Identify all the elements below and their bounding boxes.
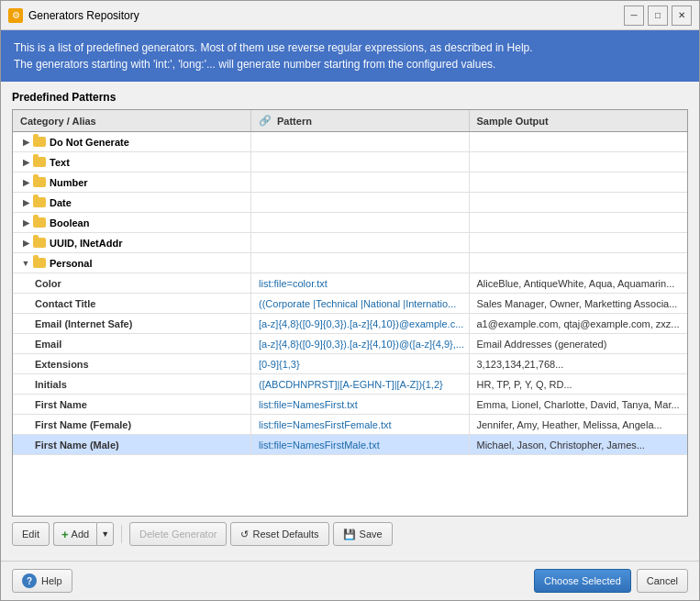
choose-selected-label: Choose Selected [544,575,621,586]
delete-label: Delete Generator [139,529,217,540]
add-button[interactable]: + Add [53,522,96,546]
folder-row-text[interactable]: ▶ Text [13,152,687,173]
data-row-color[interactable]: Color list:file=color.txt AliceBlue, Ant… [13,273,687,294]
data-row-contact-title[interactable]: Contact Title ((Corporate |Technical |Na… [13,294,687,314]
output-cell-initials: HR, TP, P, Y, Q, RD... [470,374,688,394]
folder-output-cell [470,132,688,151]
output-cell-contact-title: Sales Manager, Owner, Marketting Associa… [470,294,688,313]
folder-row-do-not-generate[interactable]: ▶ Do Not Generate [13,132,687,152]
output-cell-first-name-female: Jennifer, Amy, Heather, Melissa, Angela.… [470,415,688,434]
folder-cell-number[interactable]: ▶ Number [13,173,251,192]
pattern-cell-first-name: list:file=NamesFirst.txt [251,395,470,414]
edit-button[interactable]: Edit [12,522,50,546]
table-header: Category / Alias 🔗 Pattern Sample Output [13,110,687,132]
data-row-email[interactable]: Email [a-z]{4,8}([0-9]{0,3}).[a-z]{4,10}… [13,334,687,354]
col-header-pattern: 🔗 Pattern [251,110,470,131]
alias-cell-first-name[interactable]: First Name [13,395,251,414]
data-row-first-name-female[interactable]: First Name (Female) list:file=NamesFirst… [13,415,687,435]
minimize-button[interactable]: ─ [624,6,644,26]
folder-cell-date[interactable]: ▶ Date [13,193,251,212]
bottom-right: Choose Selected Cancel [534,569,688,593]
add-button-group: + Add ▼ [53,522,114,546]
expand-icon: ▶ [20,137,31,148]
title-bar: ⚙ Generators Repository ─ □ ✕ [1,1,699,30]
toolbar: Edit + Add ▼ Delete Generator ↺ Reset De… [12,517,688,551]
help-label: Help [41,575,62,586]
help-button[interactable]: ? Help [12,569,72,593]
add-label: Add [72,529,90,540]
folder-icon [33,258,46,268]
output-cell-color: AliceBlue, AntiqueWhite, Aqua, Aquamarin… [470,273,688,293]
output-cell-first-name: Emma, Lionel, Charlotte, David, Tanya, M… [470,395,688,414]
folder-cell-text[interactable]: ▶ Text [13,152,251,172]
main-window: ⚙ Generators Repository ─ □ ✕ This is a … [0,0,700,601]
pattern-cell-initials: ([ABCDHNPRST]|[A-EGHN-T]|[A-Z]){1,2} [251,374,470,394]
alias-cell-first-name-male[interactable]: First Name (Male) [13,435,251,454]
folder-cell-uuid[interactable]: ▶ UUID, INetAddr [13,233,251,252]
folder-row-boolean[interactable]: ▶ Boolean [13,213,687,233]
content-area: Predefined Patterns Category / Alias 🔗 P… [1,82,699,561]
banner-line2: The generators starting with 'int:', 'lo… [14,56,686,72]
expand-icon: ▶ [20,177,31,188]
col-header-alias: Category / Alias [13,110,251,131]
folder-cell-boolean[interactable]: ▶ Boolean [13,213,251,232]
alias-cell-email-safe[interactable]: Email (Internet Safe) [13,314,251,333]
output-cell-first-name-male: Michael, Jason, Christopher, James... [470,435,688,454]
alias-cell-email[interactable]: Email [13,334,251,353]
save-label: Save [360,529,383,540]
data-row-first-name-male[interactable]: First Name (Male) list:file=NamesFirstMa… [13,435,687,455]
expand-icon: ▶ [20,197,31,208]
data-row-extensions[interactable]: Extensions [0-9]{1,3} 3,123,134,21,768..… [13,354,687,374]
close-button[interactable]: ✕ [672,6,692,26]
alias-cell-initials[interactable]: Initials [13,374,251,394]
toolbar-separator [121,525,122,543]
pattern-cell-color: list:file=color.txt [251,273,470,293]
folder-icon [33,217,46,228]
output-cell-email-safe: a1@example.com, qtaj@example.com, zxz... [470,314,688,333]
banner-line1: This is a list of predefined generators.… [14,39,686,56]
pattern-cell-email: [a-z]{4,8}([0-9]{0,3}).[a-z]{4,10})@([a-… [251,334,470,353]
edit-label: Edit [22,529,39,540]
pattern-cell-contact-title: ((Corporate |Technical |National |Intern… [251,294,470,313]
data-row-first-name[interactable]: First Name list:file=NamesFirst.txt Emma… [13,395,687,415]
alias-cell-color[interactable]: Color [13,273,251,293]
patterns-table: Category / Alias 🔗 Pattern Sample Output… [12,109,688,517]
plus-icon: + [61,528,69,541]
title-bar-left: ⚙ Generators Repository [8,8,139,23]
data-row-email-safe[interactable]: Email (Internet Safe) [a-z]{4,8}([0-9]{0… [13,314,687,334]
folder-row-uuid[interactable]: ▶ UUID, INetAddr [13,233,687,253]
alias-cell-contact-title[interactable]: Contact Title [13,294,251,313]
expand-icon: ▼ [20,258,31,269]
cancel-button[interactable]: Cancel [637,569,688,593]
alias-cell-first-name-female[interactable]: First Name (Female) [13,415,251,434]
save-button[interactable]: 💾 Save [333,522,393,546]
pattern-cell-first-name-male: list:file=NamesFirstMale.txt [251,435,470,454]
alias-cell-extensions[interactable]: Extensions [13,354,251,373]
bottom-bar: ? Help Choose Selected Cancel [1,561,699,600]
window-icon: ⚙ [8,8,23,23]
data-row-initials[interactable]: Initials ([ABCDHNPRST]|[A-EGHN-T]|[A-Z])… [13,374,687,395]
choose-selected-button[interactable]: Choose Selected [534,569,631,593]
delete-button[interactable]: Delete Generator [129,522,227,546]
folder-row-date[interactable]: ▶ Date [13,193,687,213]
folder-cell-do-not-generate[interactable]: ▶ Do Not Generate [13,132,251,151]
col-header-output: Sample Output [470,110,688,131]
folder-icon [33,137,46,147]
output-cell-extensions: 3,123,134,21,768... [470,354,688,373]
reset-label: Reset Defaults [252,529,318,540]
maximize-button[interactable]: □ [648,6,668,26]
pattern-cell-first-name-female: list:file=NamesFirstFemale.txt [251,415,470,434]
reset-button[interactable]: ↺ Reset Defaults [230,522,328,546]
folder-icon [33,197,46,207]
pattern-cell-extensions: [0-9]{1,3} [251,354,470,373]
output-cell-email: Email Addresses (generated) [470,334,688,353]
expand-icon: ▶ [20,157,31,168]
folder-cell-personal[interactable]: ▼ Personal [13,253,251,273]
help-icon: ? [22,573,37,588]
folder-icon [33,157,46,167]
folder-row-personal[interactable]: ▼ Personal [13,253,687,273]
folder-row-number[interactable]: ▶ Number [13,173,687,193]
window-title: Generators Repository [28,9,139,22]
add-dropdown-button[interactable]: ▼ [96,522,114,546]
table-body[interactable]: ▶ Do Not Generate ▶ Text [13,132,687,516]
